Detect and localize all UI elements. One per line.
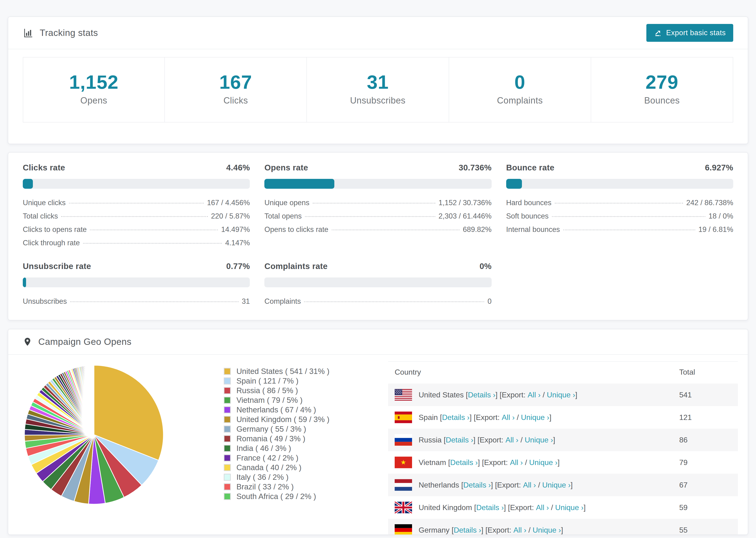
rate-title: Unsubscribe rate xyxy=(23,261,91,271)
details-link[interactable]: Details › xyxy=(476,503,504,512)
legend-swatch xyxy=(224,426,231,433)
export-unique-link[interactable]: Unique › xyxy=(525,436,553,444)
legend-item: Spain ( 121 / 7% ) xyxy=(224,377,369,385)
legend-label: Spain ( 121 / 7% ) xyxy=(237,377,298,385)
legend-item: Brazil ( 33 / 2% ) xyxy=(224,483,369,491)
geo-table-row: United States [Details ›] [Export: All ›… xyxy=(388,384,738,406)
progress-bar xyxy=(23,278,250,287)
export-all-link[interactable]: All › xyxy=(506,436,518,444)
legend-swatch xyxy=(224,445,231,452)
rate-detail-row: Unique clicks 167 / 4.456% xyxy=(23,198,250,212)
details-link[interactable]: Details › xyxy=(463,481,491,489)
stat-value: 31 xyxy=(309,73,446,92)
legend-item: India ( 46 / 3% ) xyxy=(224,444,369,452)
export-all-link[interactable]: All › xyxy=(513,526,526,534)
legend-item: France ( 42 / 2% ) xyxy=(224,454,369,462)
stat-box: 1,152 Opens xyxy=(23,57,165,123)
geo-table-row: Germany [Details ›] [Export: All › / Uni… xyxy=(388,519,738,535)
export-all-link[interactable]: All › xyxy=(502,413,514,422)
rate-section: Bounce rate 6.927% Hard bounces 242 / 86… xyxy=(506,163,733,252)
dotted-leader xyxy=(305,216,435,217)
map-pin-icon xyxy=(23,336,32,347)
rate-detail-value: 4.147% xyxy=(225,239,250,247)
rate-detail-label: Unique opens xyxy=(264,198,309,207)
legend-swatch xyxy=(224,493,231,500)
geo-table-wrap: Country Total United States [Details ›] … xyxy=(388,361,738,535)
legend-label: United Kingdom ( 59 / 3% ) xyxy=(237,415,329,423)
legend-item: Romania ( 49 / 3% ) xyxy=(224,435,369,443)
legend-swatch xyxy=(224,483,231,490)
rate-value: 4.46% xyxy=(226,163,250,172)
rate-detail-label: Hard bounces xyxy=(506,198,552,207)
details-link[interactable]: Details › xyxy=(446,436,473,444)
country-name: Netherlands xyxy=(419,481,459,489)
export-unique-link[interactable]: Unique › xyxy=(542,481,570,489)
stat-value: 279 xyxy=(594,73,730,92)
country-name: Vietnam xyxy=(419,458,446,467)
legend-label: Germany ( 55 / 3% ) xyxy=(237,425,306,433)
legend-label: South Africa ( 29 / 2% ) xyxy=(237,493,316,500)
legend-label: Canada ( 40 / 2% ) xyxy=(237,463,301,471)
rate-value: 0.77% xyxy=(226,261,250,271)
export-all-link[interactable]: All › xyxy=(523,481,536,489)
total-column-header: Total xyxy=(679,361,738,384)
flag-vn-icon xyxy=(395,457,412,468)
dashboard-page: Tracking stats Export basic stats 1,152 … xyxy=(0,0,756,535)
dotted-leader xyxy=(69,203,204,203)
details-link[interactable]: Details › xyxy=(468,391,495,399)
rate-detail-row: Click through rate 4.147% xyxy=(23,239,250,252)
legend-label: Russia ( 86 / 5% ) xyxy=(237,387,298,394)
legend-label: Netherlands ( 67 / 4% ) xyxy=(237,406,316,413)
campaign-geo-opens-card: Campaign Geo Opens United States ( 541 /… xyxy=(8,329,748,535)
rate-section: Unsubscribe rate 0.77% Unsubscribes 31 xyxy=(23,261,250,310)
rate-detail-value: 689.82% xyxy=(463,225,491,234)
country-name: Spain xyxy=(419,413,438,422)
export-unique-link[interactable]: Unique › xyxy=(532,526,561,534)
rate-detail-value: 167 / 4.456% xyxy=(207,198,250,207)
progress-bar xyxy=(506,179,733,189)
export-unique-link[interactable]: Unique › xyxy=(529,458,558,467)
progress-bar xyxy=(23,179,250,189)
stat-box: 167 Clicks xyxy=(164,57,307,123)
legend-label: United States ( 541 / 31% ) xyxy=(237,367,329,375)
stat-box: 279 Bounces xyxy=(591,57,733,123)
export-all-link[interactable]: All › xyxy=(527,391,540,399)
rate-detail-row: Internal bounces 19 / 6.81% xyxy=(506,225,733,239)
dotted-leader xyxy=(563,230,695,230)
dotted-leader xyxy=(555,203,683,203)
country-column-header: Country xyxy=(388,361,679,384)
stat-box: 0 Complaints xyxy=(449,57,591,123)
tracking-stats-header: Tracking stats Export basic stats xyxy=(8,17,748,49)
country-total: 67 xyxy=(679,481,688,489)
country-name: Russia xyxy=(419,436,442,444)
stat-value: 0 xyxy=(452,73,588,92)
export-button-label: Export basic stats xyxy=(666,28,726,37)
flag-ru-icon xyxy=(395,434,412,446)
export-basic-stats-button[interactable]: Export basic stats xyxy=(646,24,733,42)
legend-swatch xyxy=(224,435,231,442)
export-unique-link[interactable]: Unique › xyxy=(555,503,584,512)
details-link[interactable]: Details › xyxy=(442,413,469,422)
details-link[interactable]: Details › xyxy=(450,458,478,467)
geo-table-header-row: Country Total xyxy=(388,361,738,384)
rate-detail-label: Internal bounces xyxy=(506,225,560,234)
export-unique-link[interactable]: Unique › xyxy=(521,413,549,422)
dotted-leader xyxy=(313,203,435,203)
flag-gb-icon xyxy=(395,502,412,513)
rate-detail-label: Unique clicks xyxy=(23,198,66,207)
geo-table: Country Total United States [Details ›] … xyxy=(388,361,738,535)
export-all-link[interactable]: All › xyxy=(510,458,523,467)
geo-body: United States ( 541 / 31% ) Spain ( 121 … xyxy=(8,355,748,535)
rate-detail-row: Total opens 2,303 / 61.446% xyxy=(264,212,491,225)
export-all-link[interactable]: All › xyxy=(536,503,549,512)
geo-pie-chart xyxy=(22,363,173,507)
progress-bar xyxy=(264,179,491,189)
stat-label: Unsubscribes xyxy=(309,95,446,106)
export-unique-link[interactable]: Unique › xyxy=(547,391,575,399)
legend-label: France ( 42 / 2% ) xyxy=(237,454,298,462)
rate-detail-label: Complaints xyxy=(264,297,301,306)
country-name: United Kingdom xyxy=(419,503,472,512)
progress-bar xyxy=(264,278,491,287)
details-link[interactable]: Details › xyxy=(454,526,481,534)
tracking-stats-card: Tracking stats Export basic stats 1,152 … xyxy=(8,17,748,144)
